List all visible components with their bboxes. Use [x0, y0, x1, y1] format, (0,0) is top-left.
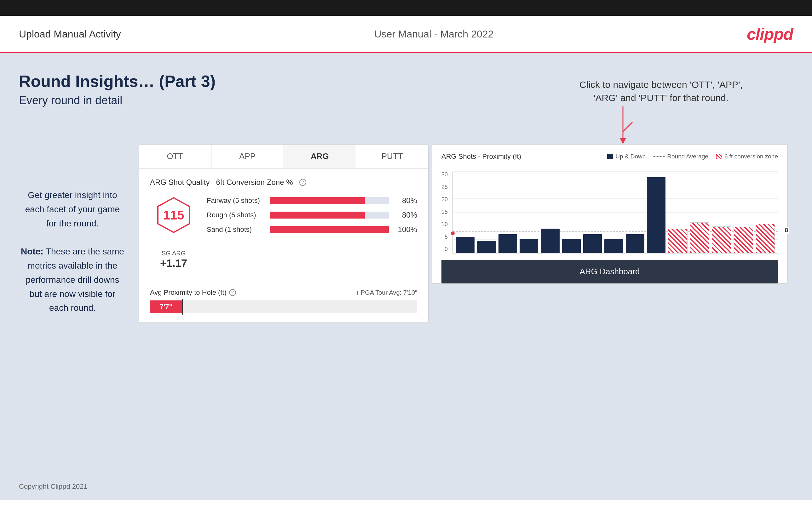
bar-chart: 0 5 10 15 20 25 30 [442, 165, 778, 253]
left-description: Get greater insight into each facet of y… [19, 188, 126, 315]
y-axis: 0 5 10 15 20 25 30 [442, 172, 448, 253]
shot-bars: Fairway (5 shots) 80% Rough (5 shots) 80… [207, 196, 417, 240]
proximity-info-icon[interactable]: ? [229, 289, 236, 296]
fairway-pct: 80% [395, 196, 417, 205]
nav-hint: Click to navigate between 'OTT', 'APP','… [579, 78, 743, 105]
proximity-header: Avg Proximity to Hole (ft) ? ↑ PGA Tour … [150, 288, 417, 297]
bars-row [453, 172, 778, 253]
sg-arg-value: +1.17 [160, 257, 187, 269]
arrow-indicator [610, 106, 636, 146]
sand-bar-container [270, 226, 389, 233]
chart-bar-hatched [712, 226, 731, 253]
fairway-bar-container [270, 197, 389, 204]
rough-pct: 80% [395, 211, 417, 220]
chart-legend: Up & Down Round Average 6 ft conversion … [607, 153, 778, 160]
chart-bar [626, 234, 644, 253]
top-bar [0, 0, 812, 16]
sand-label: Sand (1 shots) [207, 225, 263, 234]
chart-bar-hatched [690, 222, 709, 253]
legend-convzone-label: 6 ft conversion zone [724, 153, 778, 160]
fairway-bar-fill [270, 197, 365, 204]
tab-arg[interactable]: ARG [284, 145, 356, 168]
tab-app[interactable]: APP [211, 145, 284, 168]
sand-bar-fill [270, 226, 389, 233]
header: Upload Manual Activity User Manual - Mar… [0, 16, 812, 53]
chart-bar-hatched [756, 224, 775, 253]
clippd-logo: clippd [747, 24, 793, 44]
proximity-cursor [182, 299, 183, 315]
chart-panel: ARG Shots - Proximity (ft) Up & Down Rou… [432, 144, 788, 284]
rough-row: Rough (5 shots) 80% [207, 211, 417, 220]
quality-header: ARG Shot Quality 6ft Conversion Zone % ? [150, 178, 417, 187]
copyright-text: Copyright Clippd 2021 [19, 483, 88, 490]
tab-ott[interactable]: OTT [139, 145, 211, 168]
svg-line-1 [623, 122, 632, 132]
document-title: User Manual - March 2022 [374, 29, 494, 40]
proximity-value: 7'7" [160, 303, 172, 311]
chart-title: ARG Shots - Proximity (ft) [442, 153, 521, 161]
legend-hatched-icon [716, 154, 722, 159]
fairway-label: Fairway (5 shots) [207, 196, 263, 205]
nav-hint-text: Click to navigate between 'OTT', 'APP','… [579, 79, 743, 103]
card-body: ARG Shot Quality 6ft Conversion Zone % ?… [139, 168, 428, 323]
hexagon-container: 115 SG ARG +1.17 [150, 196, 197, 269]
rough-bar-fill [270, 212, 365, 219]
upload-manual-label: Upload Manual Activity [19, 29, 121, 40]
legend-roundavg-label: Round Average [667, 153, 708, 160]
conversion-label: 6ft Conversion Zone % [216, 178, 293, 187]
legend-square-icon [607, 154, 613, 159]
legend-updown: Up & Down [607, 153, 646, 160]
proximity-bar-fill: 7'7" [150, 300, 182, 313]
main-content: Round Insights… (Part 3) Every round in … [0, 53, 812, 500]
chart-bar-hatched [668, 229, 687, 253]
chart-bar [647, 177, 665, 253]
proximity-text: Avg Proximity to Hole (ft) [150, 288, 226, 297]
tabs-row: OTT APP ARG PUTT [139, 145, 428, 168]
proximity-bar-container: 7'7" [150, 300, 417, 313]
chart-bars-area: 8 [453, 172, 778, 253]
sand-row: Sand (1 shots) 100% [207, 225, 417, 234]
round-avg-label: 8 [784, 227, 789, 234]
hexagon-value: 115 [163, 208, 184, 222]
chart-bar-hatched [733, 227, 753, 253]
chart-bar [477, 241, 496, 253]
shots-layout: 115 SG ARG +1.17 Fairway (5 shots) 80% [150, 196, 417, 269]
chart-bar [499, 234, 517, 253]
info-icon[interactable]: ? [299, 179, 306, 186]
legend-convzone: 6 ft conversion zone [716, 153, 778, 160]
hexagon-shape: 115 [155, 196, 193, 234]
svg-marker-3 [620, 138, 626, 144]
rough-label: Rough (5 shots) [207, 211, 263, 219]
arg-card: OTT APP ARG PUTT ARG Shot Quality 6ft Co… [139, 144, 428, 323]
sand-pct: 100% [395, 225, 417, 234]
legend-roundavg: Round Average [654, 153, 708, 160]
chart-bar [520, 239, 538, 253]
footer: Copyright Clippd 2021 [19, 483, 88, 491]
proximity-section: Avg Proximity to Hole (ft) ? ↑ PGA Tour … [150, 282, 417, 313]
arg-dashboard-button[interactable]: ARG Dashboard [442, 260, 778, 283]
tab-putt[interactable]: PUTT [356, 145, 428, 168]
proximity-label: Avg Proximity to Hole (ft) ? [150, 288, 236, 297]
legend-updown-label: Up & Down [615, 153, 646, 160]
chart-bar [541, 229, 559, 253]
chart-bar [604, 239, 623, 253]
sg-arg-label: SG ARG [162, 250, 186, 257]
legend-dashed-icon [654, 156, 665, 157]
chart-header: ARG Shots - Proximity (ft) Up & Down Rou… [442, 153, 778, 161]
quality-label: ARG Shot Quality [150, 178, 209, 187]
chart-bar [456, 237, 474, 253]
fairway-row: Fairway (5 shots) 80% [207, 196, 417, 205]
chart-bar [562, 239, 581, 253]
rough-bar-container [270, 212, 389, 219]
pga-avg: ↑ PGA Tour Avg: 7'10" [356, 289, 417, 296]
chart-bar [583, 234, 602, 253]
